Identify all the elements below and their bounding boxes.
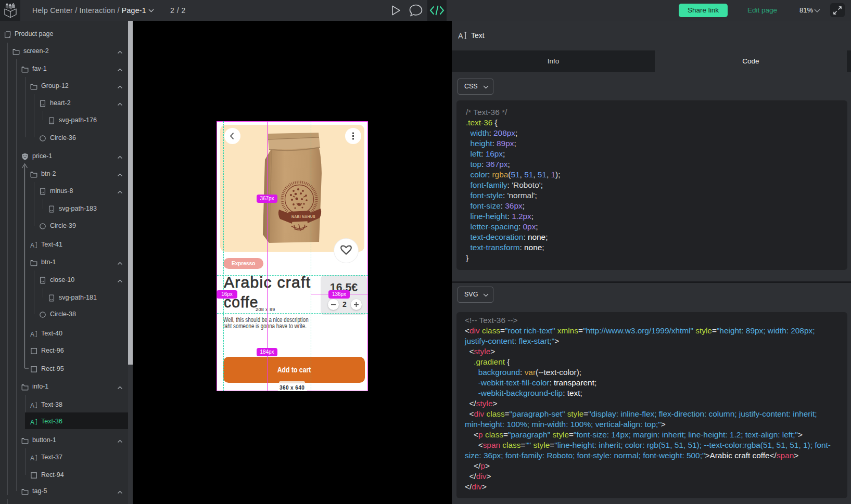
svg-text:A: A [30, 419, 34, 426]
svg-text:A: A [458, 32, 463, 40]
svg-text:NABI NAHUS: NABI NAHUS [291, 215, 315, 218]
svg-text:A: A [30, 242, 34, 249]
svg-text:A: A [30, 402, 34, 409]
svg-text:A: A [30, 455, 34, 462]
svg-text:A: A [30, 331, 34, 338]
